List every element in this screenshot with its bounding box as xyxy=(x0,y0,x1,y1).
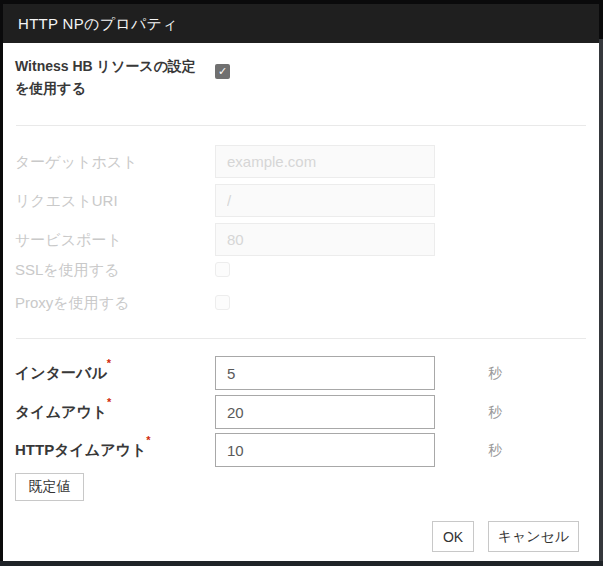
interval-unit: 秒 xyxy=(488,356,502,390)
ok-button[interactable]: OK xyxy=(432,521,474,552)
dialog-titlebar: HTTP NPのプロパティ xyxy=(3,4,599,43)
required-asterisk: * xyxy=(146,434,150,446)
dialog-title: HTTP NPのプロパティ xyxy=(18,15,178,32)
check-icon: ✓ xyxy=(218,65,227,77)
cancel-button[interactable]: キャンセル xyxy=(488,521,579,552)
service-port-input xyxy=(215,223,435,256)
witness-hb-label: Witness HB リソースの設定を使用する xyxy=(15,55,210,99)
use-proxy-checkbox xyxy=(215,295,230,310)
request-uri-input xyxy=(215,184,435,217)
backdrop-bottom-edge xyxy=(0,561,603,566)
required-asterisk: * xyxy=(107,396,111,408)
use-proxy-label: Proxyを使用する xyxy=(15,288,129,318)
use-ssl-label: SSLを使用する xyxy=(15,255,119,285)
divider-middle xyxy=(16,338,586,339)
http-np-properties-dialog: HTTP NPのプロパティ Witness HB リソースの設定を使用する ✓ … xyxy=(3,4,599,561)
default-values-button[interactable]: 既定値 xyxy=(15,473,84,501)
backdrop-right-edge xyxy=(599,39,603,566)
timeout-input[interactable] xyxy=(215,395,435,429)
http-timeout-input[interactable] xyxy=(215,433,435,467)
http-timeout-label: HTTPタイムアウト* xyxy=(15,433,151,467)
timeout-label: タイムアウト* xyxy=(15,395,111,429)
service-port-label: サービスポート xyxy=(15,223,122,256)
use-ssl-checkbox xyxy=(215,262,230,277)
interval-label: インターバル* xyxy=(15,356,111,390)
target-host-input xyxy=(215,145,435,178)
witness-hb-checkbox[interactable]: ✓ xyxy=(215,64,230,79)
timeout-unit: 秒 xyxy=(488,395,502,429)
required-asterisk: * xyxy=(107,357,111,369)
request-uri-label: リクエストURI xyxy=(15,184,118,217)
divider-top xyxy=(16,125,586,126)
target-host-label: ターゲットホスト xyxy=(15,145,137,178)
http-timeout-unit: 秒 xyxy=(488,433,502,467)
interval-input[interactable] xyxy=(215,356,435,390)
